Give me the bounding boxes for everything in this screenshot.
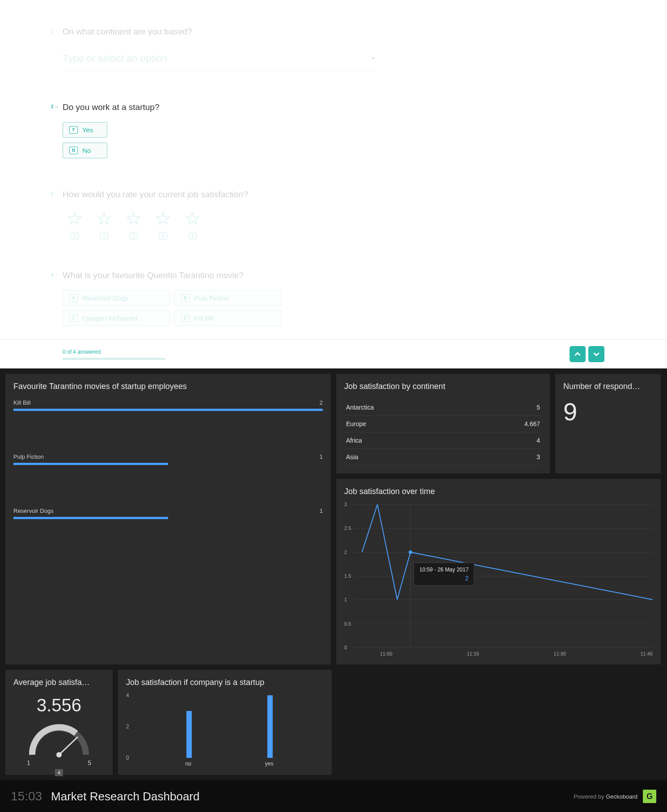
average-satisfaction-card: Average job satisfa… 3.556 1 5 4 (5, 670, 113, 775)
question-4: 4→ What is your favourite Quentin Tarant… (63, 271, 604, 326)
dashboard-title: Market Research Dashboard (51, 790, 199, 804)
progress-footer: 0 of 4 answered (0, 339, 667, 368)
card-title: Job satisfaction over time (344, 487, 653, 496)
satisfaction-over-time-card: Job satisfaction over time 3 2.5 2 1.5 1… (336, 479, 661, 664)
option-label: No (82, 147, 91, 154)
option-yes[interactable]: Y Yes (63, 122, 107, 138)
star-5[interactable]: ☆5 (184, 209, 201, 239)
bar-row: Reservoir Dogs1 (13, 508, 323, 519)
question-number: 1→ (50, 28, 59, 34)
question-2: 2→ Do you work at a startup? Y Yes N No (63, 102, 604, 158)
star-icon: ☆ (184, 209, 201, 228)
dashboard-footer: 15:03 Market Research Dashboard Powered … (0, 780, 667, 812)
option-kill-bill[interactable]: DKill Bill (174, 310, 282, 326)
question-3: 3→ How would you rate your current job s… (63, 190, 604, 239)
question-text: How would you rate your current job sati… (63, 190, 604, 199)
card-title: Average job satisfa… (13, 678, 105, 687)
respondents-card: Number of respond… 9 (555, 374, 661, 474)
question-1: 1→ On what continent are you based? Type… (63, 27, 604, 71)
bar-chart: 4 2 0 (126, 695, 324, 758)
card-title: Job satisfaction if company is a startup (126, 678, 324, 687)
clock: 15:03 (11, 789, 42, 804)
key-hint: N (69, 147, 78, 154)
chevron-down-icon (371, 57, 376, 60)
option-label: Yes (82, 126, 93, 134)
option-django-unchained[interactable]: CDjango Unchained (63, 310, 170, 326)
table-row: Africa4 (344, 432, 542, 449)
star-2[interactable]: ☆2 (96, 209, 113, 239)
respondent-count: 9 (563, 399, 653, 424)
chevron-down-icon (593, 351, 599, 357)
gauge-value: 3.556 (13, 695, 105, 715)
dashboard: Favourite Tarantino movies of startup em… (0, 368, 667, 670)
bar-no (186, 711, 192, 758)
table-row: Europe4.667 (344, 416, 542, 432)
table-row: Asia3 (344, 449, 542, 465)
star-icon: ☆ (155, 209, 172, 228)
satisfaction-by-continent-card: Job satisfaction by continent Antarctica… (336, 374, 550, 474)
star-1[interactable]: ☆1 (66, 209, 83, 239)
option-no[interactable]: N No (63, 143, 107, 158)
geckoboard-logo-icon: G (643, 790, 656, 803)
startup-satisfaction-card: Job satisfaction if company is a startup… (118, 670, 332, 775)
gauge-icon (23, 719, 95, 759)
line-chart: 3 2.5 2 1.5 1 0.5 0 10:59 - 26 May 2017 … (344, 504, 653, 647)
svg-point-1 (409, 550, 412, 554)
question-text: What is your favourite Quentin Tarantino… (63, 271, 604, 280)
question-text: Do you work at a startup? (63, 102, 604, 112)
key-hint: Y (69, 126, 78, 134)
progress-bar (63, 358, 165, 360)
powered-by: Powered by Geckoboard (574, 793, 637, 800)
star-icon: ☆ (125, 209, 142, 228)
bar-row: Pulp Fiction1 (13, 453, 323, 465)
question-number: 2→ (50, 104, 59, 109)
next-button[interactable] (588, 346, 604, 362)
star-4[interactable]: ☆4 (155, 209, 172, 239)
card-title: Favourite Tarantino movies of startup em… (13, 382, 323, 391)
gauge-marker: 4 (55, 769, 63, 776)
star-icon: ☆ (66, 209, 83, 228)
bar-row: Kill Bill2 (13, 399, 323, 411)
movies-chart-card: Favourite Tarantino movies of startup em… (5, 374, 331, 664)
chart-tooltip: 10:59 - 26 May 2017 2 (414, 562, 474, 586)
star-3[interactable]: ☆3 (125, 209, 142, 239)
dashboard-row-2: Average job satisfa… 3.556 1 5 4 Job sat… (0, 670, 667, 780)
card-title: Number of respond… (563, 382, 653, 391)
bar-yes (267, 695, 273, 758)
select-placeholder: Type or select an option (63, 53, 167, 64)
option-reservoir-dogs[interactable]: AReservoir Dogs (63, 290, 170, 306)
svg-line-2 (59, 737, 78, 755)
question-number: 4→ (50, 272, 59, 277)
continent-select[interactable]: Type or select an option (63, 47, 376, 71)
progress-text: 0 of 4 answered (63, 349, 165, 355)
svg-point-3 (56, 752, 62, 757)
table-row: Antarctica5 (344, 399, 542, 416)
continent-table: Antarctica5 Europe4.667 Africa4 Asia3 (344, 399, 542, 465)
prev-button[interactable] (570, 346, 586, 362)
question-number: 3→ (50, 191, 59, 196)
star-icon: ☆ (96, 209, 113, 228)
card-title: Job satisfaction by continent (344, 382, 542, 391)
option-pulp-fiction[interactable]: BPulp Fiction (174, 290, 282, 306)
chevron-up-icon (574, 351, 581, 357)
question-text: On what continent are you based? (63, 27, 604, 37)
